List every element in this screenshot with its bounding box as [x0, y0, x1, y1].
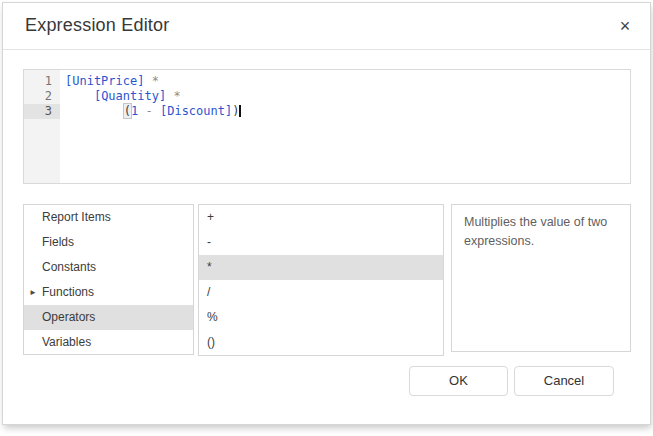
- code-area[interactable]: [UnitPrice] * [Quantity] * (1 - [Discoun…: [60, 74, 630, 183]
- list-item-fields[interactable]: Fields: [24, 230, 193, 255]
- expression-editor-dialog: Expression Editor × 1 2 3 [UnitPrice] * …: [2, 2, 651, 425]
- ok-button[interactable]: OK: [409, 366, 508, 396]
- list-item-constants[interactable]: Constants: [24, 255, 193, 280]
- category-list: Report Items Fields Constants ►Functions…: [23, 204, 194, 355]
- editor-gutter: 1 2 3: [24, 70, 60, 183]
- list-item-operators[interactable]: Operators: [24, 305, 193, 330]
- close-icon[interactable]: ×: [612, 13, 638, 39]
- expression-code-editor[interactable]: 1 2 3 [UnitPrice] * [Quantity] * (1 - [D…: [23, 69, 631, 184]
- screen: Expression Editor × 1 2 3 [UnitPrice] * …: [0, 0, 653, 436]
- code-token: [Quantity]: [94, 89, 166, 103]
- code-token: -: [146, 104, 153, 118]
- code-token: [UnitPrice]: [65, 74, 144, 88]
- code-line-active: (1 - [Discount]): [65, 104, 630, 119]
- code-line: [Quantity] *: [65, 89, 630, 104]
- code-token: [Discount]: [160, 104, 232, 118]
- list-item-variables[interactable]: Variables: [24, 330, 193, 355]
- list-item-divide[interactable]: /: [199, 280, 443, 305]
- code-line: [UnitPrice] *: [65, 74, 630, 89]
- list-item-multiply[interactable]: *: [199, 255, 443, 280]
- code-token: *: [152, 74, 159, 88]
- line-number-active: 3: [24, 104, 60, 119]
- list-item-modulo[interactable]: %: [199, 305, 443, 330]
- dialog-header: Expression Editor ×: [3, 3, 650, 50]
- cancel-button[interactable]: Cancel: [514, 366, 614, 396]
- code-token: [144, 74, 151, 88]
- text-cursor: [239, 105, 241, 117]
- dialog-title: Expression Editor: [25, 15, 169, 36]
- list-item-label: Functions: [42, 285, 94, 299]
- list-item-minus[interactable]: -: [199, 230, 443, 255]
- description-panel: Multiplies the value of two expressions.: [451, 204, 631, 352]
- line-number: 1: [24, 74, 60, 89]
- description-text: Multiplies the value of two expressions.: [464, 215, 607, 248]
- operator-list: + - * / % (): [198, 204, 444, 356]
- expander-icon[interactable]: ►: [29, 280, 37, 305]
- code-token: [153, 104, 160, 118]
- code-token: ): [232, 104, 239, 118]
- list-item-report-items[interactable]: Report Items: [24, 205, 193, 230]
- code-token: [138, 104, 145, 118]
- list-item-parentheses[interactable]: (): [199, 330, 443, 355]
- code-token: [65, 104, 123, 118]
- line-number: 2: [24, 89, 60, 104]
- code-token: [65, 89, 94, 103]
- code-token: *: [173, 89, 180, 103]
- list-item-plus[interactable]: +: [199, 205, 443, 230]
- list-item-functions[interactable]: ►Functions: [24, 280, 193, 305]
